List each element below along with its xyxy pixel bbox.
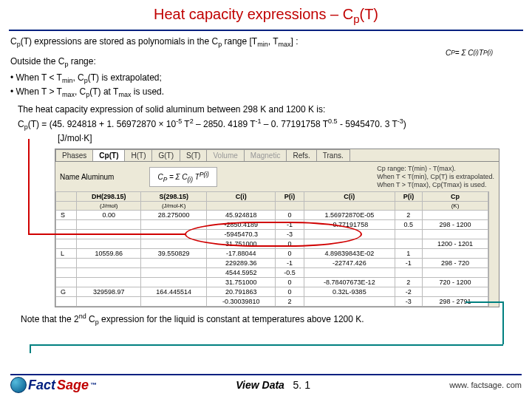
cell: 229289.36 [206,259,275,268]
cell: 10559.86 [77,249,141,259]
cell: -8.78407673E-12 [304,278,395,287]
col-header: Cp [422,192,488,202]
cell: -0.77191758 [304,220,395,230]
cell: -3 [276,230,304,239]
table-row: -2850.4189-1-0.771917580.5298 - 1200 [56,220,488,230]
cell: -2850.4189 [206,220,275,230]
cell: -3 [395,297,422,307]
cell: 0 [276,249,304,259]
title-rule [9,30,523,31]
table-row: L10559.8639.550829-17.8804404.89839843E-… [56,249,488,259]
cell: G [56,287,77,297]
cell: L [56,249,77,259]
cell: -0.30039810 [206,297,275,307]
cell [56,220,77,230]
cell [422,211,488,220]
col-header [276,202,304,211]
cell: 28.275000 [141,211,207,220]
cell: 164.445514 [141,287,207,297]
cell [77,259,141,268]
cell [77,220,141,230]
col-header: (J/mol) [77,202,141,211]
cell: 298 - 720 [422,259,488,268]
scrollbar-stub[interactable] [488,191,499,307]
cell [304,297,395,307]
tab-magnetic[interactable]: Magnetic [244,149,287,161]
cell: 0 [276,287,304,297]
cell: 31.751000 [206,278,275,287]
col-header: P(i) [276,192,304,202]
tab-cpt[interactable]: Cp(T) [92,149,125,161]
tab-st[interactable]: S(T) [180,149,207,161]
slide-title: Heat capacity expressions – Cp(T) [0,0,532,28]
tab-volume[interactable]: Volume [206,149,244,161]
tab-phases[interactable]: Phases [55,149,93,161]
cell: -17.88044 [206,249,275,259]
table-row: 31.7510000-8.78407673E-122720 - 1200 [56,278,488,287]
cell: S [56,211,77,220]
tab-ht[interactable]: H(T) [124,149,152,161]
cell [56,278,77,287]
range-note: Cp range: T(min) - T(max).When T < T(min… [377,165,494,188]
cell: 0 [276,211,304,220]
cell [395,268,422,278]
col-header: (K) [422,202,488,211]
cp-data-table: DH(298.15)S(298.15)C(i)P(i)C(i)P(i)Cp(J/… [55,191,488,307]
cell [141,268,207,278]
cell [395,239,422,249]
tab-refs[interactable]: Refs. [286,149,316,161]
cell [77,239,141,249]
footer-center: View Data 5. 1 [236,379,310,391]
cell: 720 - 1200 [422,278,488,287]
col-header: C(i) [206,192,275,202]
tab-trans[interactable]: Trans. [316,149,350,161]
cell [56,268,77,278]
tab-gt[interactable]: G(T) [151,149,180,161]
cell [422,230,488,239]
col-header [56,192,77,202]
mini-formula: CP = Σ C(i) TP(i) [149,167,216,187]
cell [141,297,207,307]
cell: -0.5 [276,268,304,278]
teal-line-4 [30,344,31,353]
col-header [56,202,77,211]
teal-line-3 [30,344,503,346]
cell: 4544.5952 [206,268,275,278]
footer-rule [10,374,522,375]
cell [422,268,488,278]
cell: 0 [276,278,304,287]
cell: 1 [395,249,422,259]
cell: 0 [276,239,304,249]
col-header: S(298.15) [141,192,207,202]
cell: 298 - 1200 [422,220,488,230]
cell [77,230,141,239]
col-header [395,202,422,211]
cell: -2 [395,287,422,297]
col-header: C(i) [304,192,395,202]
cell: 0.32L-9385 [304,287,395,297]
footnote-text: Note that the 2nd Cp expression for the … [21,312,522,327]
cell [56,259,77,268]
main-content: Cp(T) expressions are stored as polynomi… [0,35,532,327]
cell [56,230,77,239]
cell [304,268,395,278]
cell: -1 [395,259,422,268]
cell: 20.791863 [206,287,275,297]
cell: 45.924818 [206,211,275,220]
table-row: G329598.97164.44551420.79186300.32L-9385… [56,287,488,297]
cell: 1.56972870E-05 [304,211,395,220]
col-header: (J/mol-K) [141,202,207,211]
cell: -5945470.3 [206,230,275,239]
col-header: P(i) [395,192,422,202]
cell [422,287,488,297]
cell: 298 - 2791 [422,297,488,307]
factsage-logo: FactSage™ [10,377,97,393]
footer: FactSage™ View Data 5. 1 www. factsage. … [0,371,532,399]
cell [304,239,395,249]
panel-header-row: Name Aluminum CP = Σ C(i) TP(i) Cp range… [55,162,499,191]
bullet-t-greater-tmax: • When T > Tmax, Cp(T) at Tmax is used. [10,86,522,100]
cell [56,297,77,307]
example-line-1: The heat capacity expression of solid al… [18,103,522,115]
data-panel: PhasesCp(T)H(T)G(T)S(T)VolumeMagneticRef… [55,149,499,307]
table-row: 31.75100001200 - 1201 [56,239,488,249]
